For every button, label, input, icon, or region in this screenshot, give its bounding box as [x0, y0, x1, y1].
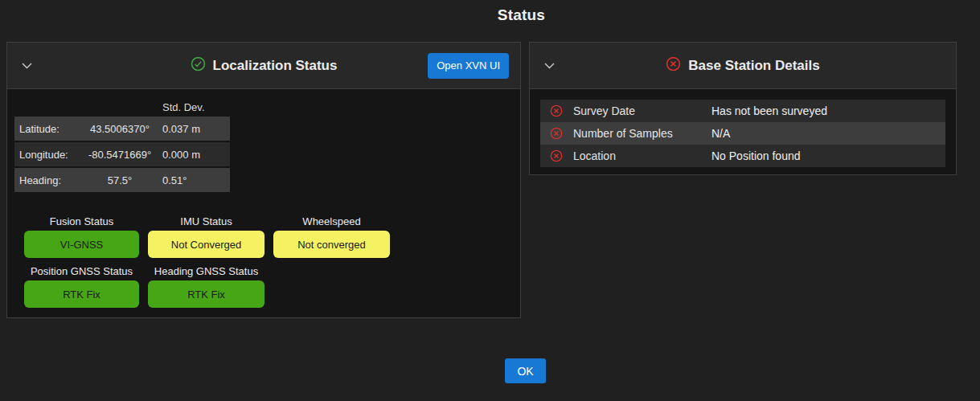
wheelspeed-label: Wheelspeed [273, 211, 390, 231]
location-value: No Position found [711, 149, 801, 162]
fusion-status-badge: VI-GNSS [24, 231, 139, 258]
base-station-panel-title: Base Station Details [688, 58, 819, 74]
status-dialog: Status Localization Status Open XVN UI [0, 0, 980, 401]
wheelspeed-badge: Not converged [273, 231, 390, 258]
latitude-stddev: 0.037 m [156, 123, 230, 135]
latitude-value: 43.5006370° [84, 123, 156, 135]
localization-table-header: Std. Dev. [14, 97, 230, 117]
longitude-stddev: 0.000 m [156, 149, 230, 161]
table-row-latitude: Latitude: 43.5006370° 0.037 m [14, 117, 230, 141]
table-row-heading: Heading: 57.5° 0.51° [14, 168, 230, 192]
heading-label: Heading: [14, 174, 84, 186]
position-gnss-status-badge: RTK Fix [24, 280, 139, 308]
latitude-label: Latitude: [14, 123, 84, 135]
location-label: Location [573, 149, 711, 162]
imu-status-label: IMU Status [148, 211, 264, 231]
check-circle-icon [191, 56, 206, 75]
table-row-survey-date: Survey Date Has not been surveyed [540, 100, 945, 122]
x-circle-icon [666, 56, 681, 75]
open-xvn-ui-button[interactable]: Open XVN UI [428, 53, 509, 79]
table-row-location: Location No Position found [540, 145, 945, 167]
base-station-table: Survey Date Has not been surveyed Number… [540, 100, 945, 167]
status-badge-grid: Fusion Status IMU Status Wheelspeed VI-G… [24, 211, 390, 310]
collapse-chevron-down-icon[interactable] [18, 59, 35, 72]
table-row-longitude: Longitude: -80.5471669° 0.000 m [14, 142, 230, 166]
longitude-value: -80.5471669° [84, 149, 156, 161]
x-circle-icon [550, 104, 563, 117]
localization-table: Std. Dev. Latitude: 43.5006370° 0.037 m … [14, 97, 230, 194]
table-row-number-of-samples: Number of Samples N/A [540, 122, 945, 145]
imu-status-badge: Not Converged [148, 231, 264, 258]
heading-gnss-status-label: Heading GNSS Status [148, 260, 264, 280]
x-circle-icon [550, 127, 563, 140]
stddev-column-header: Std. Dev. [156, 101, 230, 113]
position-gnss-status-label: Position GNSS Status [24, 260, 139, 280]
number-of-samples-label: Number of Samples [573, 127, 711, 140]
base-station-panel: Base Station Details Survey Date Has not… [529, 42, 957, 175]
ok-button[interactable]: OK [505, 358, 546, 383]
heading-gnss-status-badge: RTK Fix [148, 280, 264, 308]
fusion-status-label: Fusion Status [24, 211, 139, 231]
base-station-panel-header: Base Station Details [530, 43, 956, 89]
longitude-label: Longitude: [14, 149, 84, 161]
number-of-samples-value: N/A [711, 127, 730, 140]
localization-panel-title: Localization Status [213, 58, 338, 74]
localization-panel-header: Localization Status Open XVN UI [7, 43, 520, 89]
heading-stddev: 0.51° [156, 174, 230, 186]
page-title: Status [63, 6, 980, 24]
collapse-chevron-down-icon[interactable] [541, 59, 558, 72]
survey-date-value: Has not been surveyed [711, 104, 827, 117]
survey-date-label: Survey Date [573, 104, 711, 117]
localization-panel: Localization Status Open XVN UI Std. Dev… [6, 42, 521, 318]
x-circle-icon [550, 149, 563, 162]
heading-value: 57.5° [84, 174, 156, 186]
